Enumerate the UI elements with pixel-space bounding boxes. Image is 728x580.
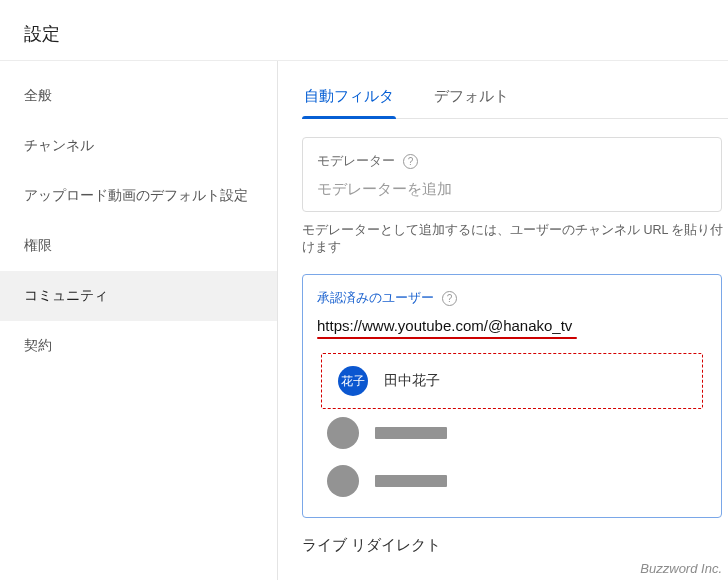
watermark: Buzzword Inc. <box>640 561 722 576</box>
settings-header: 設定 <box>0 0 728 60</box>
approved-results: 花子 田中花子 <box>317 353 707 505</box>
sidebar-item-community[interactable]: コミュニティ <box>0 271 277 321</box>
page-title: 設定 <box>24 22 704 46</box>
live-redirect-title: ライブ リダイレクト <box>302 536 728 555</box>
help-icon[interactable]: ? <box>442 291 457 306</box>
sidebar-item-upload-defaults[interactable]: アップロード動画のデフォルト設定 <box>0 171 277 221</box>
moderator-label-row: モデレーター ? <box>317 152 707 170</box>
result-name: 田中花子 <box>384 372 440 390</box>
tab-auto-filter[interactable]: 自動フィルタ <box>302 79 396 118</box>
avatar-placeholder <box>327 417 359 449</box>
help-icon[interactable]: ? <box>403 154 418 169</box>
approved-label-row: 承認済みのユーザー ? <box>317 289 707 307</box>
input-underline <box>317 337 577 339</box>
sidebar-item-permissions[interactable]: 権限 <box>0 221 277 271</box>
result-row[interactable] <box>317 409 707 457</box>
tab-defaults[interactable]: デフォルト <box>432 79 511 118</box>
main-content: 自動フィルタ デフォルト モデレーター ? モデレーターを追加 モデレーターとし… <box>278 61 728 580</box>
result-highlight: 花子 田中花子 <box>321 353 703 409</box>
moderator-label: モデレーター <box>317 152 395 170</box>
sidebar-item-general[interactable]: 全般 <box>0 71 277 121</box>
moderator-input[interactable]: モデレーターを追加 <box>317 180 707 199</box>
result-row[interactable]: 花子 田中花子 <box>328 358 696 404</box>
name-placeholder <box>375 427 447 439</box>
avatar-placeholder <box>327 465 359 497</box>
approved-users-card: 承認済みのユーザー ? 花子 田中花子 <box>302 274 722 518</box>
moderator-hint: モデレーターとして追加するには、ユーザーのチャンネル URL を貼り付けます <box>302 222 728 256</box>
tabs: 自動フィルタ デフォルト <box>302 79 728 119</box>
result-row[interactable] <box>317 457 707 505</box>
sidebar: 全般 チャンネル アップロード動画のデフォルト設定 権限 コミュニティ 契約 <box>0 61 278 580</box>
name-placeholder <box>375 475 447 487</box>
sidebar-item-channel[interactable]: チャンネル <box>0 121 277 171</box>
avatar: 花子 <box>338 366 368 396</box>
sidebar-item-agreements[interactable]: 契約 <box>0 321 277 371</box>
approved-url-input[interactable] <box>317 317 707 334</box>
moderator-card: モデレーター ? モデレーターを追加 <box>302 137 722 212</box>
approved-label: 承認済みのユーザー <box>317 289 434 307</box>
